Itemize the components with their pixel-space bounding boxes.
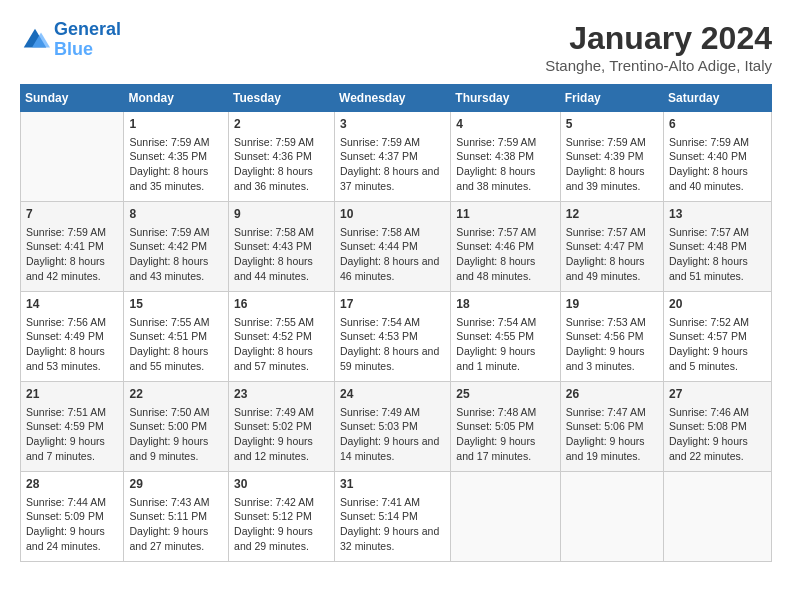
- sunrise-text: Sunrise: 7:58 AM: [340, 226, 420, 238]
- sunrise-text: Sunrise: 7:56 AM: [26, 316, 106, 328]
- day-number: 29: [129, 476, 223, 493]
- sunrise-text: Sunrise: 7:47 AM: [566, 406, 646, 418]
- daylight-text: Daylight: 9 hours and 9 minutes.: [129, 435, 208, 462]
- page-header: General Blue January 2024 Stanghe, Trent…: [20, 20, 772, 74]
- sunset-text: Sunset: 4:46 PM: [456, 240, 534, 252]
- daylight-text: Daylight: 8 hours and 39 minutes.: [566, 165, 645, 192]
- sunset-text: Sunset: 5:11 PM: [129, 510, 207, 522]
- daylight-text: Daylight: 8 hours and 46 minutes.: [340, 255, 439, 282]
- calendar-table: SundayMondayTuesdayWednesdayThursdayFrid…: [20, 84, 772, 562]
- sunrise-text: Sunrise: 7:57 AM: [669, 226, 749, 238]
- sunset-text: Sunset: 4:40 PM: [669, 150, 747, 162]
- sunrise-text: Sunrise: 7:48 AM: [456, 406, 536, 418]
- sunset-text: Sunset: 5:14 PM: [340, 510, 418, 522]
- header-day-wednesday: Wednesday: [335, 85, 451, 112]
- daylight-text: Daylight: 9 hours and 22 minutes.: [669, 435, 748, 462]
- day-number: 26: [566, 386, 658, 403]
- day-number: 17: [340, 296, 445, 313]
- calendar-cell: [451, 472, 560, 562]
- calendar-cell: 5Sunrise: 7:59 AMSunset: 4:39 PMDaylight…: [560, 112, 663, 202]
- day-number: 3: [340, 116, 445, 133]
- calendar-cell: 15Sunrise: 7:55 AMSunset: 4:51 PMDayligh…: [124, 292, 229, 382]
- day-number: 1: [129, 116, 223, 133]
- day-number: 7: [26, 206, 118, 223]
- day-number: 22: [129, 386, 223, 403]
- day-number: 19: [566, 296, 658, 313]
- calendar-cell: 31Sunrise: 7:41 AMSunset: 5:14 PMDayligh…: [335, 472, 451, 562]
- calendar-cell: 2Sunrise: 7:59 AMSunset: 4:36 PMDaylight…: [229, 112, 335, 202]
- daylight-text: Daylight: 8 hours and 53 minutes.: [26, 345, 105, 372]
- sunrise-text: Sunrise: 7:59 AM: [129, 226, 209, 238]
- day-number: 30: [234, 476, 329, 493]
- calendar-title: January 2024: [545, 20, 772, 57]
- day-number: 20: [669, 296, 766, 313]
- logo-icon: [20, 25, 50, 55]
- sunrise-text: Sunrise: 7:49 AM: [340, 406, 420, 418]
- calendar-cell: 11Sunrise: 7:57 AMSunset: 4:46 PMDayligh…: [451, 202, 560, 292]
- sunset-text: Sunset: 5:00 PM: [129, 420, 207, 432]
- day-number: 4: [456, 116, 554, 133]
- daylight-text: Daylight: 8 hours and 49 minutes.: [566, 255, 645, 282]
- calendar-cell: 26Sunrise: 7:47 AMSunset: 5:06 PMDayligh…: [560, 382, 663, 472]
- header-day-tuesday: Tuesday: [229, 85, 335, 112]
- sunset-text: Sunset: 5:03 PM: [340, 420, 418, 432]
- daylight-text: Daylight: 9 hours and 5 minutes.: [669, 345, 748, 372]
- calendar-cell: 17Sunrise: 7:54 AMSunset: 4:53 PMDayligh…: [335, 292, 451, 382]
- sunset-text: Sunset: 4:52 PM: [234, 330, 312, 342]
- day-number: 31: [340, 476, 445, 493]
- daylight-text: Daylight: 9 hours and 29 minutes.: [234, 525, 313, 552]
- sunset-text: Sunset: 4:48 PM: [669, 240, 747, 252]
- calendar-cell: 23Sunrise: 7:49 AMSunset: 5:02 PMDayligh…: [229, 382, 335, 472]
- sunrise-text: Sunrise: 7:49 AM: [234, 406, 314, 418]
- sunrise-text: Sunrise: 7:41 AM: [340, 496, 420, 508]
- calendar-cell: 7Sunrise: 7:59 AMSunset: 4:41 PMDaylight…: [21, 202, 124, 292]
- day-number: 28: [26, 476, 118, 493]
- week-row-1: 1Sunrise: 7:59 AMSunset: 4:35 PMDaylight…: [21, 112, 772, 202]
- daylight-text: Daylight: 9 hours and 19 minutes.: [566, 435, 645, 462]
- daylight-text: Daylight: 9 hours and 17 minutes.: [456, 435, 535, 462]
- calendar-cell: 21Sunrise: 7:51 AMSunset: 4:59 PMDayligh…: [21, 382, 124, 472]
- daylight-text: Daylight: 8 hours and 57 minutes.: [234, 345, 313, 372]
- calendar-cell: 12Sunrise: 7:57 AMSunset: 4:47 PMDayligh…: [560, 202, 663, 292]
- calendar-cell: 18Sunrise: 7:54 AMSunset: 4:55 PMDayligh…: [451, 292, 560, 382]
- daylight-text: Daylight: 8 hours and 44 minutes.: [234, 255, 313, 282]
- sunrise-text: Sunrise: 7:59 AM: [456, 136, 536, 148]
- sunset-text: Sunset: 4:42 PM: [129, 240, 207, 252]
- sunset-text: Sunset: 4:37 PM: [340, 150, 418, 162]
- day-number: 9: [234, 206, 329, 223]
- calendar-cell: 6Sunrise: 7:59 AMSunset: 4:40 PMDaylight…: [664, 112, 772, 202]
- header-day-friday: Friday: [560, 85, 663, 112]
- calendar-cell: 14Sunrise: 7:56 AMSunset: 4:49 PMDayligh…: [21, 292, 124, 382]
- daylight-text: Daylight: 9 hours and 14 minutes.: [340, 435, 439, 462]
- daylight-text: Daylight: 8 hours and 35 minutes.: [129, 165, 208, 192]
- calendar-cell: [664, 472, 772, 562]
- sunrise-text: Sunrise: 7:57 AM: [456, 226, 536, 238]
- daylight-text: Daylight: 8 hours and 51 minutes.: [669, 255, 748, 282]
- week-row-4: 21Sunrise: 7:51 AMSunset: 4:59 PMDayligh…: [21, 382, 772, 472]
- calendar-cell: 8Sunrise: 7:59 AMSunset: 4:42 PMDaylight…: [124, 202, 229, 292]
- day-number: 6: [669, 116, 766, 133]
- sunrise-text: Sunrise: 7:59 AM: [26, 226, 106, 238]
- sunset-text: Sunset: 4:41 PM: [26, 240, 104, 252]
- daylight-text: Daylight: 8 hours and 38 minutes.: [456, 165, 535, 192]
- sunset-text: Sunset: 4:53 PM: [340, 330, 418, 342]
- calendar-cell: 19Sunrise: 7:53 AMSunset: 4:56 PMDayligh…: [560, 292, 663, 382]
- calendar-cell: [21, 112, 124, 202]
- sunset-text: Sunset: 5:08 PM: [669, 420, 747, 432]
- calendar-cell: 27Sunrise: 7:46 AMSunset: 5:08 PMDayligh…: [664, 382, 772, 472]
- calendar-cell: 1Sunrise: 7:59 AMSunset: 4:35 PMDaylight…: [124, 112, 229, 202]
- daylight-text: Daylight: 9 hours and 3 minutes.: [566, 345, 645, 372]
- daylight-text: Daylight: 9 hours and 32 minutes.: [340, 525, 439, 552]
- week-row-2: 7Sunrise: 7:59 AMSunset: 4:41 PMDaylight…: [21, 202, 772, 292]
- day-number: 23: [234, 386, 329, 403]
- sunset-text: Sunset: 4:39 PM: [566, 150, 644, 162]
- sunrise-text: Sunrise: 7:55 AM: [234, 316, 314, 328]
- day-number: 2: [234, 116, 329, 133]
- calendar-cell: 9Sunrise: 7:58 AMSunset: 4:43 PMDaylight…: [229, 202, 335, 292]
- sunset-text: Sunset: 5:12 PM: [234, 510, 312, 522]
- day-number: 12: [566, 206, 658, 223]
- daylight-text: Daylight: 8 hours and 43 minutes.: [129, 255, 208, 282]
- daylight-text: Daylight: 8 hours and 40 minutes.: [669, 165, 748, 192]
- sunset-text: Sunset: 5:05 PM: [456, 420, 534, 432]
- sunrise-text: Sunrise: 7:42 AM: [234, 496, 314, 508]
